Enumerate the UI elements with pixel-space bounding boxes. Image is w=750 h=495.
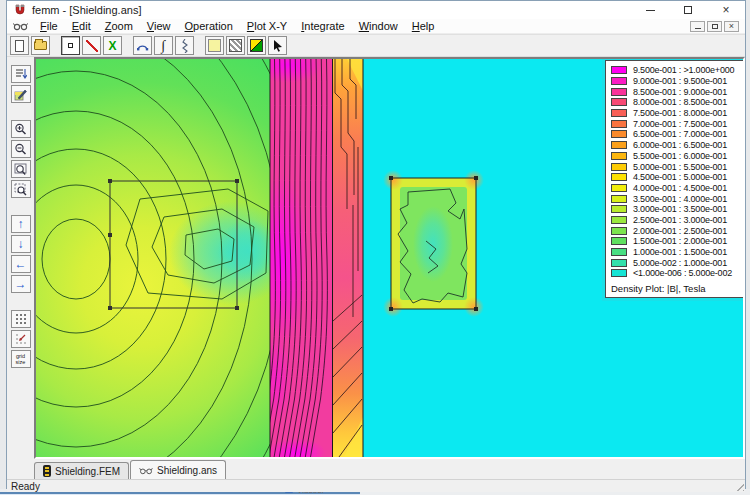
menu-item[interactable]: Edit	[65, 20, 98, 32]
density-plot-icon	[208, 39, 221, 52]
resize-grip[interactable]	[734, 481, 744, 491]
density-plot-canvas[interactable]: 9.500e-001 : >1.000e+000 9.000e-001 : 9.…	[36, 59, 745, 457]
grid-size-button[interactable]: grid size	[11, 350, 31, 368]
side-toolbar: ↑ ↓ ← → grid size	[7, 57, 34, 459]
window-title: femm - [Shielding.ans]	[32, 4, 141, 16]
pan-down-button[interactable]: ↓	[11, 235, 31, 253]
legend-row: 6.000e-001 : 6.500e-001	[611, 140, 740, 151]
zoom-window-icon	[14, 183, 27, 196]
tab-label: Shielding.FEM	[55, 466, 120, 477]
legend-row: 1.000e-001 : 1.500e-001	[611, 247, 740, 258]
legend-label: 6.500e-001 : 7.000e-001	[633, 129, 727, 139]
red-line-icon	[86, 40, 98, 52]
menu-item[interactable]: Window	[352, 20, 405, 32]
legend-row: 8.500e-001 : 9.000e-001	[611, 86, 740, 97]
menu-item[interactable]: View	[140, 20, 178, 32]
open-folder-icon	[34, 41, 47, 50]
new-file-button[interactable]	[10, 36, 29, 55]
glasses-icon	[139, 466, 153, 475]
status-text: Ready	[11, 481, 40, 492]
mesh-icon	[229, 39, 242, 52]
legend-swatch	[611, 98, 627, 106]
legend-row: 5.000e-001 : 5.500e-001	[611, 161, 740, 172]
zoom-in-button[interactable]	[11, 120, 31, 138]
line-integral-button[interactable]: ∫	[154, 36, 173, 55]
menu-item[interactable]: Plot X-Y	[240, 20, 294, 32]
legend-swatch	[611, 259, 627, 267]
open-file-button[interactable]	[31, 36, 50, 55]
tab-shielding-fem[interactable]: Shielding.FEM	[34, 462, 129, 479]
vector-plot-icon	[250, 39, 263, 52]
close-button[interactable]: ×	[707, 1, 745, 19]
show-grid-button[interactable]	[11, 310, 31, 328]
flux-plot-button[interactable]	[175, 36, 194, 55]
mdi-minimize-button[interactable]	[690, 21, 705, 32]
minimize-button[interactable]	[631, 1, 669, 19]
legend-label: 3.000e-001 : 3.500e-001	[633, 204, 727, 214]
toolbar: X ∫	[7, 34, 745, 57]
menu-item[interactable]: Zoom	[98, 20, 140, 32]
legend-caption: Density Plot: |B|, Tesla	[611, 283, 740, 294]
mdi-controls: ×	[690, 21, 745, 32]
legend-label: 2.000e-001 : 2.500e-001	[633, 226, 727, 236]
status-bar: Ready	[7, 479, 745, 492]
glasses-icon	[13, 21, 28, 31]
legend-row: 3.500e-001 : 4.000e-001	[611, 193, 740, 204]
legend-row: 7.500e-001 : 8.000e-001	[611, 108, 740, 119]
legend-swatch	[611, 248, 627, 256]
pan-left-button[interactable]: ←	[11, 255, 31, 273]
new-file-icon	[15, 40, 24, 52]
mdi-close-button[interactable]: ×	[724, 21, 739, 32]
legend-row: 4.000e-001 : 4.500e-001	[611, 183, 740, 194]
legend-row: 9.500e-001 : >1.000e+000	[611, 65, 740, 76]
snap-grid-button[interactable]	[11, 330, 31, 348]
zoom-out-icon	[14, 143, 27, 156]
pointer-button[interactable]	[268, 36, 287, 55]
legend-row: 4.500e-001 : 5.000e-001	[611, 172, 740, 183]
cursor-arrow-icon	[272, 39, 284, 52]
density-plot-settings-button[interactable]	[11, 85, 31, 103]
menu-item[interactable]: Help	[405, 20, 442, 32]
menu-item[interactable]: File	[33, 20, 65, 32]
contour-plot-button[interactable]	[11, 65, 31, 83]
legend-swatch	[611, 66, 627, 74]
legend-swatch	[611, 120, 627, 128]
grid-icon	[15, 313, 27, 325]
mesh-toggle-button[interactable]	[226, 36, 245, 55]
menu-item[interactable]: Integrate	[294, 20, 351, 32]
legend-label: 6.000e-001 : 6.500e-001	[633, 140, 727, 150]
legend-swatch	[611, 130, 627, 138]
contour-lines-icon	[15, 68, 27, 80]
zoom-extents-button[interactable]	[11, 160, 31, 178]
menu-item[interactable]: Operation	[178, 20, 240, 32]
legend-label: 9.000e-001 : 9.500e-001	[633, 76, 727, 86]
legend-label: 4.000e-001 : 4.500e-001	[633, 183, 727, 193]
legend-label: 9.500e-001 : >1.000e+000	[633, 65, 734, 75]
mdi-close-icon: ×	[729, 22, 734, 31]
legend-swatch	[611, 163, 627, 171]
maximize-button[interactable]	[669, 1, 707, 19]
density-plot-button[interactable]	[205, 36, 224, 55]
legend-row: 5.500e-001 : 6.000e-001	[611, 151, 740, 162]
legend-label: 1.000e-001 : 1.500e-001	[633, 247, 727, 257]
vector-plot-button[interactable]	[247, 36, 266, 55]
legend-swatch	[611, 195, 627, 203]
mdi-restore-button[interactable]	[707, 21, 722, 32]
tab-shielding-ans[interactable]: Shielding.ans	[130, 460, 226, 479]
legend-swatch	[611, 141, 627, 149]
arc-tool-button[interactable]	[133, 36, 152, 55]
legend-swatch	[611, 269, 627, 277]
zoom-out-button[interactable]	[11, 140, 31, 158]
point-mode-button[interactable]	[61, 36, 80, 55]
pan-up-button[interactable]: ↑	[11, 215, 31, 233]
zoom-window-button[interactable]	[11, 180, 31, 198]
point-mode-icon	[68, 43, 73, 48]
pan-right-button[interactable]: →	[11, 275, 31, 293]
legend-swatch	[611, 205, 627, 213]
legend-row: 7.000e-001 : 7.500e-001	[611, 118, 740, 129]
contour-mode-button[interactable]	[82, 36, 101, 55]
arc-icon	[136, 39, 149, 52]
legend-row: 6.500e-001 : 7.000e-001	[611, 129, 740, 140]
legend-swatch	[611, 227, 627, 235]
block-mode-button[interactable]: X	[103, 36, 122, 55]
